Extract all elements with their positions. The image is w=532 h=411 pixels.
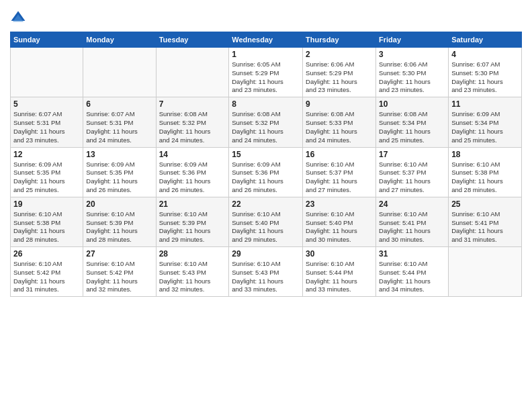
day-info: Sunrise: 6:07 AM Sunset: 5:31 PM Dayligh… — [86, 110, 152, 144]
day-number: 13 — [86, 150, 152, 159]
day-number: 28 — [159, 249, 226, 259]
day-info: Sunrise: 6:09 AM Sunset: 5:35 PM Dayligh… — [86, 161, 152, 195]
table-row: 16Sunrise: 6:10 AM Sunset: 5:37 PM Dayli… — [303, 147, 376, 197]
table-row: 5Sunrise: 6:07 AM Sunset: 5:31 PM Daylig… — [11, 97, 83, 147]
col-friday: Friday — [376, 32, 449, 48]
day-info: Sunrise: 6:06 AM Sunset: 5:29 PM Dayligh… — [306, 60, 373, 95]
day-number: 8 — [232, 99, 300, 109]
day-info: Sunrise: 6:05 AM Sunset: 5:29 PM Dayligh… — [232, 60, 300, 95]
day-info: Sunrise: 6:10 AM Sunset: 5:37 PM Dayligh… — [306, 161, 373, 195]
day-info: Sunrise: 6:10 AM Sunset: 5:41 PM Dayligh… — [451, 210, 519, 244]
table-row: 24Sunrise: 6:10 AM Sunset: 5:41 PM Dayli… — [376, 197, 449, 246]
calendar-table: Sunday Monday Tuesday Wednesday Thursday… — [10, 32, 522, 297]
day-info: Sunrise: 6:10 AM Sunset: 5:41 PM Dayligh… — [379, 210, 445, 244]
day-number: 11 — [451, 99, 519, 109]
col-tuesday: Tuesday — [156, 32, 229, 48]
day-number: 18 — [451, 150, 519, 159]
day-info: Sunrise: 6:10 AM Sunset: 5:38 PM Dayligh… — [13, 210, 80, 244]
day-info: Sunrise: 6:10 AM Sunset: 5:39 PM Dayligh… — [159, 210, 226, 244]
day-number: 14 — [159, 150, 226, 159]
day-number: 19 — [13, 199, 80, 209]
day-info: Sunrise: 6:08 AM Sunset: 5:34 PM Dayligh… — [379, 110, 445, 144]
table-row: 18Sunrise: 6:10 AM Sunset: 5:38 PM Dayli… — [449, 147, 522, 197]
logo-icon — [10, 10, 26, 26]
table-row: 8Sunrise: 6:08 AM Sunset: 5:32 PM Daylig… — [229, 97, 303, 147]
day-info: Sunrise: 6:10 AM Sunset: 5:42 PM Dayligh… — [86, 260, 152, 294]
table-row: 31Sunrise: 6:10 AM Sunset: 5:44 PM Dayli… — [376, 247, 449, 297]
day-number: 15 — [232, 150, 300, 159]
day-number: 4 — [451, 50, 519, 59]
table-row: 14Sunrise: 6:09 AM Sunset: 5:36 PM Dayli… — [156, 147, 229, 197]
day-number: 9 — [306, 99, 373, 109]
day-info: Sunrise: 6:08 AM Sunset: 5:33 PM Dayligh… — [306, 110, 373, 144]
calendar-body: 1Sunrise: 6:05 AM Sunset: 5:29 PM Daylig… — [11, 48, 522, 297]
table-row: 12Sunrise: 6:09 AM Sunset: 5:35 PM Dayli… — [11, 147, 83, 197]
day-info: Sunrise: 6:10 AM Sunset: 5:44 PM Dayligh… — [306, 260, 373, 294]
day-info: Sunrise: 6:08 AM Sunset: 5:32 PM Dayligh… — [232, 110, 300, 144]
day-info: Sunrise: 6:09 AM Sunset: 5:36 PM Dayligh… — [159, 161, 226, 195]
table-row: 19Sunrise: 6:10 AM Sunset: 5:38 PM Dayli… — [11, 197, 83, 246]
day-number: 25 — [451, 199, 519, 209]
table-row: 9Sunrise: 6:08 AM Sunset: 5:33 PM Daylig… — [303, 97, 376, 147]
logo — [10, 10, 29, 26]
day-number: 3 — [379, 50, 445, 59]
day-info: Sunrise: 6:08 AM Sunset: 5:32 PM Dayligh… — [159, 110, 226, 144]
table-row: 10Sunrise: 6:08 AM Sunset: 5:34 PM Dayli… — [376, 97, 449, 147]
table-row: 4Sunrise: 6:07 AM Sunset: 5:30 PM Daylig… — [449, 48, 522, 97]
day-number: 26 — [13, 249, 80, 259]
table-row: 13Sunrise: 6:09 AM Sunset: 5:35 PM Dayli… — [83, 147, 156, 197]
table-row: 3Sunrise: 6:06 AM Sunset: 5:30 PM Daylig… — [376, 48, 449, 97]
day-info: Sunrise: 6:10 AM Sunset: 5:42 PM Dayligh… — [13, 260, 80, 294]
day-info: Sunrise: 6:07 AM Sunset: 5:31 PM Dayligh… — [13, 110, 80, 144]
table-row — [83, 48, 156, 97]
table-row: 21Sunrise: 6:10 AM Sunset: 5:39 PM Dayli… — [156, 197, 229, 246]
col-wednesday: Wednesday — [229, 32, 303, 48]
day-number: 7 — [159, 99, 226, 109]
table-row: 30Sunrise: 6:10 AM Sunset: 5:44 PM Dayli… — [303, 247, 376, 297]
table-row — [156, 48, 229, 97]
day-number: 21 — [159, 199, 226, 209]
col-thursday: Thursday — [303, 32, 376, 48]
table-row: 28Sunrise: 6:10 AM Sunset: 5:43 PM Dayli… — [156, 247, 229, 297]
day-info: Sunrise: 6:10 AM Sunset: 5:43 PM Dayligh… — [159, 260, 226, 294]
table-row: 22Sunrise: 6:10 AM Sunset: 5:40 PM Dayli… — [229, 197, 303, 246]
calendar-header: Sunday Monday Tuesday Wednesday Thursday… — [11, 32, 522, 48]
day-info: Sunrise: 6:10 AM Sunset: 5:43 PM Dayligh… — [232, 260, 300, 294]
table-row: 15Sunrise: 6:09 AM Sunset: 5:36 PM Dayli… — [229, 147, 303, 197]
day-number: 31 — [379, 249, 445, 259]
day-number: 6 — [86, 99, 152, 109]
day-info: Sunrise: 6:10 AM Sunset: 5:37 PM Dayligh… — [379, 161, 445, 195]
day-number: 30 — [306, 249, 373, 259]
header — [10, 10, 522, 26]
day-info: Sunrise: 6:10 AM Sunset: 5:38 PM Dayligh… — [451, 161, 519, 195]
table-row: 25Sunrise: 6:10 AM Sunset: 5:41 PM Dayli… — [449, 197, 522, 246]
col-saturday: Saturday — [449, 32, 522, 48]
col-sunday: Sunday — [11, 32, 83, 48]
table-row: 26Sunrise: 6:10 AM Sunset: 5:42 PM Dayli… — [11, 247, 83, 297]
calendar-container: Sunday Monday Tuesday Wednesday Thursday… — [0, 0, 532, 411]
table-row: 7Sunrise: 6:08 AM Sunset: 5:32 PM Daylig… — [156, 97, 229, 147]
day-number: 20 — [86, 199, 152, 209]
table-row: 20Sunrise: 6:10 AM Sunset: 5:39 PM Dayli… — [83, 197, 156, 246]
day-info: Sunrise: 6:10 AM Sunset: 5:39 PM Dayligh… — [86, 210, 152, 244]
day-number: 2 — [306, 50, 373, 59]
day-info: Sunrise: 6:09 AM Sunset: 5:36 PM Dayligh… — [232, 161, 300, 195]
day-info: Sunrise: 6:10 AM Sunset: 5:40 PM Dayligh… — [306, 210, 373, 244]
table-row: 6Sunrise: 6:07 AM Sunset: 5:31 PM Daylig… — [83, 97, 156, 147]
table-row: 17Sunrise: 6:10 AM Sunset: 5:37 PM Dayli… — [376, 147, 449, 197]
day-number: 5 — [13, 99, 80, 109]
day-info: Sunrise: 6:10 AM Sunset: 5:44 PM Dayligh… — [379, 260, 445, 294]
table-row: 29Sunrise: 6:10 AM Sunset: 5:43 PM Dayli… — [229, 247, 303, 297]
table-row: 2Sunrise: 6:06 AM Sunset: 5:29 PM Daylig… — [303, 48, 376, 97]
day-number: 10 — [379, 99, 445, 109]
table-row — [449, 247, 522, 297]
day-number: 12 — [13, 150, 80, 159]
col-monday: Monday — [83, 32, 156, 48]
day-number: 27 — [86, 249, 152, 259]
table-row: 27Sunrise: 6:10 AM Sunset: 5:42 PM Dayli… — [83, 247, 156, 297]
day-info: Sunrise: 6:10 AM Sunset: 5:40 PM Dayligh… — [232, 210, 300, 244]
day-number: 17 — [379, 150, 445, 159]
table-row: 11Sunrise: 6:09 AM Sunset: 5:34 PM Dayli… — [449, 97, 522, 147]
day-number: 29 — [232, 249, 300, 259]
day-info: Sunrise: 6:07 AM Sunset: 5:30 PM Dayligh… — [451, 60, 519, 95]
